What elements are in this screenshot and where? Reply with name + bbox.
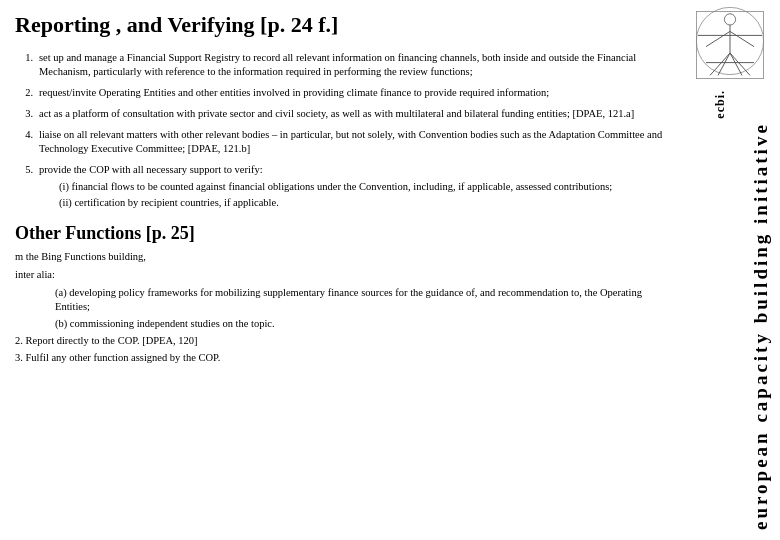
list-text: act as a platform of consultation with p… [39,107,675,122]
other-functions-sub-item: (b) commissioning independent studies on… [55,317,675,332]
svg-line-6 [730,31,754,46]
list-number: 4. [15,128,33,143]
list-item: 2. request/invite Operating Entities and… [15,86,675,101]
other-functions-interalia: inter alia: [15,268,675,283]
list-number: 3. [15,107,33,122]
main-container: Reporting , and Verifying [p. 24 f.] 1. … [0,0,780,540]
list-item: 1. set up and manage a Financial Support… [15,51,675,80]
vitruvian-man-icon [690,5,775,90]
main-list: 1. set up and manage a Financial Support… [15,51,675,213]
list-text: set up and manage a Financial Support Re… [39,51,675,80]
list-number: 2. [15,86,33,101]
content-area: Reporting , and Verifying [p. 24 f.] 1. … [15,10,675,366]
list-number: 5. [15,163,33,178]
list-text: liaise on all relevant matters with othe… [39,128,675,157]
list-item: 4. liaise on all relevant matters with o… [15,128,675,157]
svg-line-5 [706,31,730,46]
report-item: 3. Fulfil any other function assigned by… [15,351,675,366]
report-item: 2. Report directly to the COP. [DPEA, 12… [15,334,675,349]
sidebar: ecbi. european capacity building initiat… [685,0,780,540]
list-text: request/invite Operating Entities and ot… [39,86,675,101]
initiative-label: european capacity building initiative [750,90,772,530]
other-functions-title: Other Functions [p. 25] [15,221,675,246]
page-title: Reporting , and Verifying [p. 24 f.] [15,10,675,41]
sub-list-item: (i) financial flows to be counted agains… [59,180,675,195]
sub-list-item: (ii) certification by recipient countrie… [59,196,675,211]
other-functions-sub-item: (a) developing policy frameworks for mob… [55,286,675,315]
other-functions-intro: m the Bing Functions building, [15,250,675,265]
sub-list: (i) financial flows to be counted agains… [39,180,675,211]
other-functions-sub: (a) developing policy frameworks for mob… [15,286,675,332]
svg-point-2 [724,14,735,25]
list-item: 5. provide the COP with all necessary su… [15,163,675,213]
list-text: provide the COP with all necessary suppo… [39,163,675,213]
ecbi-label: ecbi. [713,90,728,119]
list-item: 3. act as a platform of consultation wit… [15,107,675,122]
list-number: 1. [15,51,33,66]
